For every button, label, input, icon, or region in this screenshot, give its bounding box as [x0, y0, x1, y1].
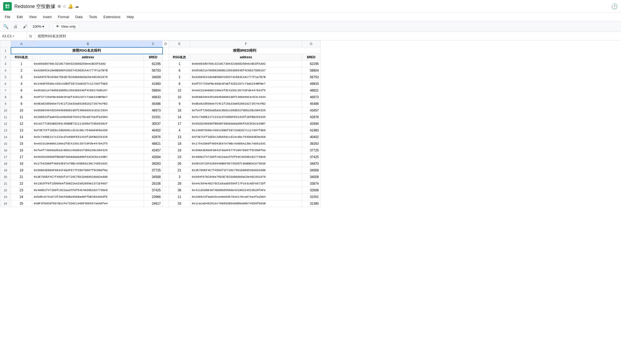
red-g: 45486: [302, 101, 321, 107]
red-g: 31380: [302, 200, 321, 207]
cloud-icon[interactable]: ☁: [75, 4, 79, 9]
address-a: 0x598A3E0DAF8841FdaAF877F2867b067f5C888f…: [32, 167, 144, 174]
red-a: 45486: [144, 101, 163, 107]
rank-e: 3: [169, 174, 190, 180]
table-row: 19190x598A3E0DAF8841FdaAF877F2867b067f5C…: [0, 167, 321, 174]
table-row: 10100x05883464353494b980019DfC406e66CecE…: [0, 107, 321, 114]
address-a: 0x298523faa843ca40e83b7934170ca874a4fa1b…: [32, 114, 144, 121]
col-header-a[interactable]: A: [11, 41, 32, 47]
red-a: 31551: [144, 114, 163, 121]
table-row: 640x1466F5596c439142B6f39723eEd27c117A97…: [0, 81, 321, 87]
menu-edit[interactable]: Edit: [14, 14, 25, 20]
divider-d: [163, 74, 169, 81]
divider-d: [163, 194, 169, 200]
red-g: 34009: [302, 174, 321, 180]
table-row: 18180x17542889f48d43E97e70Bc439D6A130c7e…: [0, 160, 321, 167]
rank-e: 15: [169, 87, 190, 94]
spreadsheet[interactable]: A B C D E F G 1 按照RSG名次排列 按照$RED排列 2 RSG…: [0, 40, 621, 364]
search-icon[interactable]: 🔍: [2, 23, 10, 30]
divider-d: [163, 187, 169, 194]
col-header-b[interactable]: B: [32, 41, 144, 47]
rank-e: 26: [169, 160, 190, 167]
address-f: 0x1466F5596c439142B6f39723eEd27c117A97f8…: [190, 127, 302, 134]
menu-tools[interactable]: Tools: [86, 14, 100, 20]
address-f: 0xe92319A006C106e2fdC4155c357C9Fde447842…: [190, 87, 302, 94]
divider-d: [163, 174, 169, 180]
rank-a: 4: [11, 81, 32, 87]
col-header-c[interactable]: C: [144, 41, 163, 47]
rank-e: 6: [169, 67, 190, 74]
menu-extensions[interactable]: Extensions: [101, 14, 123, 20]
address-f: 0xfa4f739d3ad5a3c0b01c69d831fdbb238c6043…: [190, 107, 302, 114]
divider-d2: [163, 54, 169, 61]
zoom-value: 100%: [32, 24, 41, 28]
row-number: 17: [0, 154, 11, 160]
address-f: 0x598A3E0DAF8841FdaAF877F2867b067f5C888f…: [190, 147, 302, 154]
address-f: 0x6d4F97bC946e75b3E7ECDd88deDaCbe46Cd418…: [190, 174, 302, 180]
rank-a: 15: [11, 140, 32, 147]
red-a: 42694: [144, 154, 163, 160]
eye-icon: 👁: [56, 24, 59, 28]
col-header-d[interactable]: D: [163, 41, 169, 47]
cell-reference[interactable]: A1:C1 ▾: [0, 32, 27, 40]
history-button[interactable]: 🕐: [611, 3, 618, 10]
svg-rect-1: [8, 4, 10, 6]
col-header-f[interactable]: F: [190, 41, 302, 47]
row-number: 6: [0, 81, 11, 87]
red-g: 62295: [302, 61, 321, 67]
menu-view[interactable]: View: [26, 14, 39, 20]
divider-d: [163, 134, 169, 140]
rank-e: 1: [169, 61, 190, 67]
red-g: 31551: [302, 194, 321, 200]
rank-e: 8: [169, 81, 190, 87]
rank-a: 1: [11, 61, 32, 67]
menu-data[interactable]: Data: [73, 14, 85, 20]
divider-d: [163, 200, 169, 207]
red-g: 39263: [302, 140, 321, 147]
red-a: 58804: [144, 87, 163, 94]
address-a: 0x13b3fF6f1d996eAf36022eA2a92669e1371E46…: [32, 180, 144, 187]
address-a: 0x5c74d0E217c223cd7e89bFE51433f1bFB82Cb3…: [32, 134, 144, 140]
corner-cell: [0, 41, 11, 47]
star-icon[interactable]: ☆: [63, 4, 66, 9]
red-g: 40402: [302, 134, 321, 140]
divider-d: [163, 81, 169, 87]
table-row: 13130xF3E7CFf1EEbc2d0A59ccd14cd6c7549A04…: [0, 127, 321, 134]
print-icon[interactable]: 🖨: [12, 23, 19, 30]
paint-icon[interactable]: 🖌: [21, 23, 29, 30]
rank-a: 2: [11, 67, 32, 74]
menu-format[interactable]: Format: [55, 14, 72, 20]
folder-icon[interactable]: 🔔: [68, 4, 73, 9]
red-a: 24917: [144, 200, 163, 207]
address-f: 0x5E41F23FA26d448BbF957392Efc9AB0EeCe73b…: [190, 160, 302, 167]
address-f: 0x490D1f471D0fc922aa1FF6f64C4039b1827738…: [190, 154, 302, 160]
col-header-e[interactable]: E: [169, 41, 190, 47]
rank-e: 14: [169, 114, 190, 121]
col-header-g[interactable]: G: [302, 41, 321, 47]
save-icon[interactable]: ⊕: [57, 4, 61, 9]
rank-e: 16: [169, 107, 190, 114]
table-row: 11110x298523faa843ca40e83b7934170ca874a4…: [0, 114, 321, 121]
address-a: 0x592D299899fBb98F30A8da8a890fA3C6Cbce20…: [32, 154, 144, 160]
svg-rect-3: [8, 6, 10, 8]
title-icons: ⊕ ☆ 🔔 ☁: [57, 4, 79, 9]
red-a: 49833: [144, 94, 163, 101]
address-f: 0xe4c564e4b276CCa5aab559Af17FCe3cAEFA572…: [190, 180, 302, 187]
address-a: 0x8Ea62d5b6Ae7C4C1f15a33a852881b272674cF…: [32, 101, 144, 107]
rank-a: 11: [11, 114, 32, 121]
address-a: 0xe92319A006C106e2fdC4155c357C9Fde447842…: [32, 140, 144, 147]
row-number: 23: [0, 194, 11, 200]
divider-d: [163, 121, 169, 127]
zoom-control[interactable]: 100% ▾: [31, 24, 46, 29]
view-only-button[interactable]: 👁 View only: [52, 23, 79, 30]
menu-insert[interactable]: Insert: [40, 14, 54, 20]
address-a: 0xBF2FDd39f867B1cFe7336C1468F5bb557a6A8f…: [32, 200, 144, 207]
menu-file[interactable]: File: [2, 14, 13, 20]
formula-text: 按照RSG名次排列: [38, 34, 66, 39]
table-row: 530x6d4F97bC946e75b3E7ECDd88deDaCbe46Cd4…: [0, 74, 321, 81]
rank-e: 4: [169, 127, 190, 134]
menu-help[interactable]: Help: [124, 14, 136, 20]
red-g: 48821: [302, 87, 321, 94]
red-a: 37425: [144, 187, 163, 194]
red-g: 32808: [302, 187, 321, 194]
